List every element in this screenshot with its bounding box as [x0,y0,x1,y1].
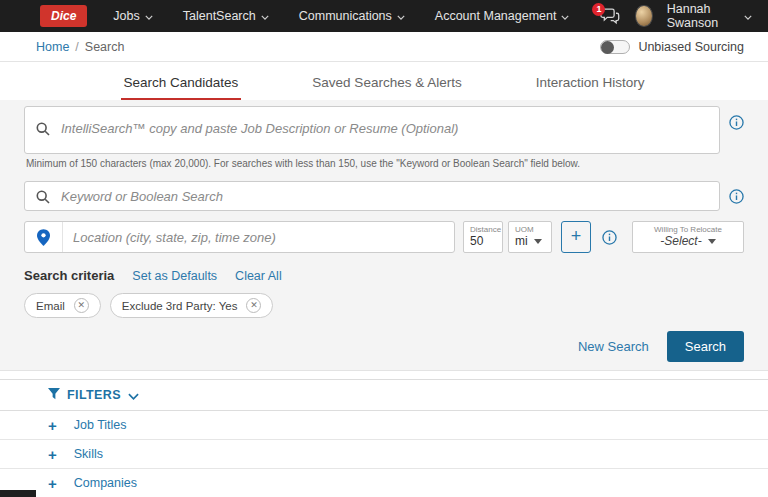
keyword-input[interactable] [25,182,719,210]
tab-bar: Search Candidates Saved Searches & Alert… [0,62,768,100]
breadcrumb-current: Search [85,40,125,54]
filter-label: Skills [74,447,103,461]
chip-label: Exclude 3rd Party: Yes [122,300,238,312]
location-row: Distance 50 UOM mi + Willing To Relocate… [24,221,744,253]
chevron-down-icon [128,386,139,404]
breadcrumb-home[interactable]: Home [36,40,69,54]
breadcrumb-separator: / [75,40,78,54]
funnel-icon [48,386,60,404]
tab-saved-searches-alerts[interactable]: Saved Searches & Alerts [309,65,464,100]
info-icon[interactable] [729,115,744,130]
uom-select[interactable]: UOM mi [508,221,552,253]
nav-item-talentsearch[interactable]: TalentSearch [183,9,269,23]
info-icon[interactable] [602,230,617,245]
new-search-link[interactable]: New Search [578,339,649,354]
tab-interaction-history[interactable]: Interaction History [533,65,648,100]
tab-search-candidates[interactable]: Search Candidates [121,65,242,100]
breadcrumb-bar: Home / Search Unbiased Sourcing [0,32,768,62]
plus-icon: + [48,447,57,462]
location-field-group [24,221,455,253]
chevron-down-icon [397,9,405,23]
intellisearch-row [24,106,744,154]
nav-item-talentsearch-label: TalentSearch [183,9,256,23]
search-button[interactable]: Search [667,331,744,362]
location-input[interactable] [63,222,454,252]
intellisearch-input[interactable] [25,107,719,153]
intellisearch-field-wrap [24,106,720,154]
unbiased-sourcing: Unbiased Sourcing [600,40,744,54]
search-criteria-row: Search criteria Set as Defaults Clear Al… [24,268,744,283]
search-criteria-title: Search criteria [24,268,114,283]
chip-label: Email [36,300,65,312]
top-nav: Dice Jobs TalentSearch Communications Ac… [0,0,768,32]
nav-item-communications[interactable]: Communications [299,9,405,23]
search-icon [36,190,50,204]
caret-down-icon [534,239,542,244]
caret-down-icon [708,239,716,244]
add-location-button[interactable]: + [561,221,591,253]
keyword-row [24,181,744,211]
filters-title: FILTERS [67,388,121,402]
chip-exclude-3rd-party[interactable]: Exclude 3rd Party: Yes ✕ [110,293,274,318]
nav-item-communications-label: Communications [299,9,392,23]
close-icon[interactable]: ✕ [246,298,261,313]
distance-value: 50 [470,234,496,248]
avatar[interactable] [635,5,652,27]
set-as-defaults-link[interactable]: Set as Defaults [132,269,217,283]
intellisearch-help-text: Minimum of 150 characters (max 20,000). … [26,158,744,169]
footer-edge [0,490,36,497]
filter-job-titles[interactable]: + Job Titles [0,411,768,440]
filter-companies[interactable]: + Companies [0,469,768,497]
relocate-value: -Select- [660,234,701,248]
relocate-label: Willing To Relocate [639,225,737,234]
uom-value: mi [515,234,528,248]
criteria-chips: Email ✕ Exclude 3rd Party: Yes ✕ [24,293,744,318]
filter-label: Job Titles [74,418,127,432]
messages-icon[interactable]: 1 [599,7,621,25]
unbiased-sourcing-toggle[interactable] [600,40,630,54]
filters-header[interactable]: FILTERS [0,379,768,411]
chevron-down-icon [261,9,269,23]
user-name: Hannah Swanson [667,2,739,30]
chevron-down-icon [561,9,569,23]
nav-item-account-management[interactable]: Account Management [435,9,570,23]
willing-to-relocate-select[interactable]: Willing To Relocate -Select- [632,221,744,253]
chevron-down-icon [145,9,153,23]
keyword-field-wrap [24,181,720,211]
unbiased-sourcing-label: Unbiased Sourcing [638,40,744,54]
toggle-knob [601,41,614,54]
topnav-right: 1 Hannah Swanson [599,2,752,30]
distance-label: Distance [470,225,496,234]
filter-skills[interactable]: + Skills [0,440,768,469]
search-actions: New Search Search [24,331,744,362]
chip-email[interactable]: Email ✕ [24,293,101,318]
search-form-section: Minimum of 150 characters (max 20,000). … [0,100,768,371]
location-pin-icon [25,222,63,252]
search-icon [36,122,50,136]
distance-field[interactable]: Distance 50 [463,221,503,253]
clear-all-link[interactable]: Clear All [235,269,282,283]
close-icon[interactable]: ✕ [74,298,89,313]
nav-item-jobs-label: Jobs [113,9,139,23]
plus-icon: + [48,418,57,433]
filter-label: Companies [74,476,137,490]
nav-item-jobs[interactable]: Jobs [113,9,152,23]
user-menu[interactable]: Hannah Swanson [667,2,752,30]
info-icon[interactable] [729,189,744,204]
chevron-down-icon [744,9,752,23]
plus-icon: + [48,476,57,491]
dice-logo[interactable]: Dice [40,5,87,27]
uom-label: UOM [515,225,545,234]
nav-item-account-management-label: Account Management [435,9,557,23]
